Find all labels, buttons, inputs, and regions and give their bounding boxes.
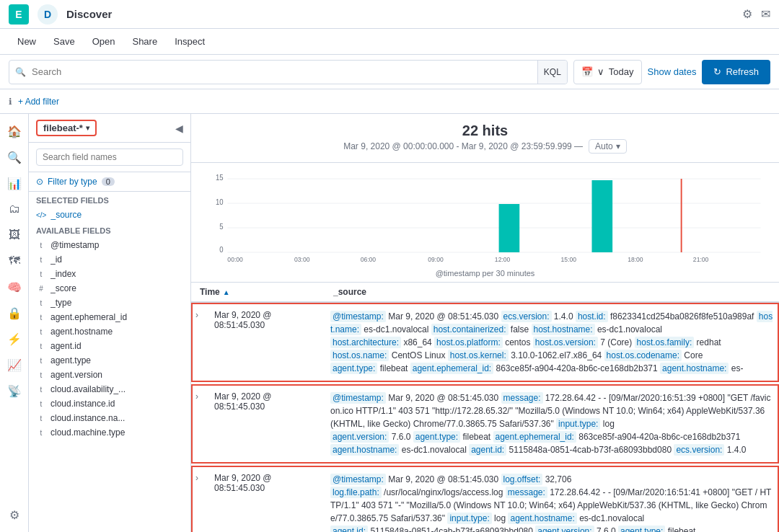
ml-icon-btn[interactable]: 🧠 xyxy=(3,275,26,298)
nav-share[interactable]: Share xyxy=(123,29,166,55)
row-expand-button[interactable]: › xyxy=(193,304,210,381)
field-type-icon: t xyxy=(36,414,46,422)
searchbar: 🔍 KQL 📅 ∨ Today Show dates ↻ Refresh xyxy=(0,55,779,89)
main-area: 🏠 🔍 📊 🗂 🖼 🗺 🧠 🔒 ⚡ 📈 📡 ⚙ filebeat-* ▾ ◀ ⊙… xyxy=(0,114,779,532)
visualize-icon-btn[interactable]: 📊 xyxy=(3,172,26,195)
infrastructure-icon-btn[interactable]: ⚡ xyxy=(3,327,26,350)
field-type-icon: t xyxy=(36,342,46,350)
index-chevron-icon: ▾ xyxy=(86,124,89,132)
row-source: @timestamp: Mar 9, 2020 @ 08:51:45.030 l… xyxy=(326,467,778,532)
field-item-type[interactable]: t _type xyxy=(29,296,190,310)
nav-inspect[interactable]: Inspect xyxy=(166,29,214,55)
row-time: Mar 9, 2020 @ 08:51:45.030 xyxy=(210,467,326,532)
hits-count: 22 hits xyxy=(200,123,770,139)
index-pattern-selector: filebeat-* ▾ ◀ xyxy=(29,114,190,143)
field-type-icon: t xyxy=(36,429,46,437)
refresh-button[interactable]: ↻ Refresh xyxy=(702,60,770,84)
field-item-cloud-availability[interactable]: t cloud.availability_... xyxy=(29,382,190,396)
left-iconbar: 🏠 🔍 📊 🗂 🖼 🗺 🧠 🔒 ⚡ 📈 📡 ⚙ xyxy=(0,114,29,532)
available-fields-title: Available fields xyxy=(29,222,190,238)
index-pattern-badge[interactable]: filebeat-* ▾ xyxy=(36,120,97,136)
kql-badge[interactable]: KQL xyxy=(537,61,567,84)
row-source: @timestamp: Mar 9, 2020 @ 08:51:45.030 m… xyxy=(326,386,778,462)
sidebar-search xyxy=(29,143,190,172)
dashboard-icon-btn[interactable]: 🗂 xyxy=(3,198,26,221)
auto-chevron-icon: ▾ xyxy=(616,141,620,151)
field-item-id[interactable]: t _id xyxy=(29,252,190,267)
date-chevron: ∨ xyxy=(597,66,604,77)
siem-icon-btn[interactable]: 🔒 xyxy=(3,301,26,324)
topbar: E D Discover ⚙ ✉ xyxy=(0,0,779,29)
table-header: Time ▲ _source xyxy=(191,283,779,303)
field-item-timestamp[interactable]: t @timestamp xyxy=(29,238,190,252)
table-row: › Mar 9, 2020 @ 08:51:45.030 @timestamp:… xyxy=(191,303,779,382)
field-type-icon: t xyxy=(36,270,46,278)
sidebar-collapse-button[interactable]: ◀ xyxy=(175,123,183,134)
field-item-agent-ephemeral-id[interactable]: t agent.ephemeral_id xyxy=(29,310,190,324)
search-icon: 🔍 xyxy=(9,67,32,77)
svg-text:5: 5 xyxy=(219,223,224,231)
date-value: Today xyxy=(609,66,634,77)
field-search-input[interactable] xyxy=(36,148,183,166)
search-box: 🔍 KQL xyxy=(9,60,568,84)
content-area: 22 hits Mar 9, 2020 @ 00:00:00.000 - Mar… xyxy=(191,114,779,532)
svg-text:12:00: 12:00 xyxy=(495,256,511,263)
field-type-icon: t xyxy=(36,241,46,249)
date-picker[interactable]: 📅 ∨ Today xyxy=(573,60,642,84)
navbar: New Save Open Share Inspect xyxy=(0,29,779,55)
filter-icon: ⊙ xyxy=(36,177,43,187)
row-expand-button[interactable]: › xyxy=(193,467,210,532)
field-item-cloud-instance-na[interactable]: t cloud.instance.na... xyxy=(29,411,190,425)
nav-new[interactable]: New xyxy=(9,29,45,55)
svg-rect-8 xyxy=(499,204,520,252)
field-item-score[interactable]: # _score xyxy=(29,281,190,296)
field-type-icon: t xyxy=(36,256,46,264)
gear-button[interactable]: ⚙ xyxy=(742,7,752,21)
histogram-chart: 15 10 5 0 00:00 03:00 06:00 xyxy=(203,172,767,265)
svg-text:15: 15 xyxy=(216,174,224,182)
canvas-icon-btn[interactable]: 🖼 xyxy=(3,223,26,247)
show-dates-button[interactable]: Show dates xyxy=(648,66,697,77)
settings-icon-btn[interactable]: ⚙ xyxy=(3,503,26,526)
field-type-icon: t xyxy=(36,314,46,322)
row-expand-button[interactable]: › xyxy=(193,386,210,462)
field-item-index[interactable]: t _index xyxy=(29,267,190,281)
maps-icon-btn[interactable]: 🗺 xyxy=(3,249,26,272)
table-row: › Mar 9, 2020 @ 08:51:45.030 @timestamp:… xyxy=(191,384,779,464)
col-time-header: Time ▲ xyxy=(200,287,333,297)
field-item-agent-version[interactable]: t agent.version xyxy=(29,368,190,382)
source-icon: </> xyxy=(36,211,46,219)
home-icon-btn[interactable]: 🏠 xyxy=(3,120,26,143)
svg-text:03:00: 03:00 xyxy=(294,256,310,263)
nav-open[interactable]: Open xyxy=(84,29,124,55)
auto-select[interactable]: Auto ▾ xyxy=(589,139,627,154)
field-type-icon: t xyxy=(36,328,46,336)
svg-text:10: 10 xyxy=(216,198,224,206)
field-item-cloud-machine-type[interactable]: t cloud.machine.type xyxy=(29,425,190,440)
field-type-icon: t xyxy=(36,357,46,365)
filterbar: ℹ + Add filter xyxy=(0,89,779,114)
hits-range: Mar 9, 2020 @ 00:00:00.000 - Mar 9, 2020… xyxy=(200,139,770,154)
table-area: Time ▲ _source › Mar 9, 2020 @ 08:51:45.… xyxy=(191,283,779,532)
filter-count-badge: 0 xyxy=(102,177,115,186)
mail-button[interactable]: ✉ xyxy=(761,7,770,21)
app-title: Discover xyxy=(66,8,112,20)
sidebar-fields: Selected fields </> _source Available fi… xyxy=(29,192,190,532)
svg-text:00:00: 00:00 xyxy=(227,256,243,263)
svg-text:06:00: 06:00 xyxy=(361,256,377,263)
uptime-icon-btn[interactable]: 📡 xyxy=(3,379,26,402)
field-item-agent-hostname[interactable]: t agent.hostname xyxy=(29,324,190,339)
filter-info-icon: ℹ xyxy=(9,97,12,107)
chart-area: 15 10 5 0 00:00 03:00 06:00 xyxy=(191,163,779,283)
source-field-item[interactable]: </> _source xyxy=(29,208,190,222)
kibana-logo: E xyxy=(9,4,29,25)
nav-save[interactable]: Save xyxy=(45,29,84,55)
filter-by-type-button[interactable]: ⊙ Filter by type 0 xyxy=(29,172,190,192)
field-item-cloud-instance-id[interactable]: t cloud.instance.id xyxy=(29,396,190,411)
discover-icon-btn[interactable]: 🔍 xyxy=(3,146,26,169)
add-filter-button[interactable]: + Add filter xyxy=(18,97,59,107)
field-item-agent-type[interactable]: t agent.type xyxy=(29,353,190,368)
field-item-agent-id[interactable]: t agent.id xyxy=(29,339,190,353)
search-input[interactable] xyxy=(32,66,537,77)
apm-icon-btn[interactable]: 📈 xyxy=(3,353,26,376)
